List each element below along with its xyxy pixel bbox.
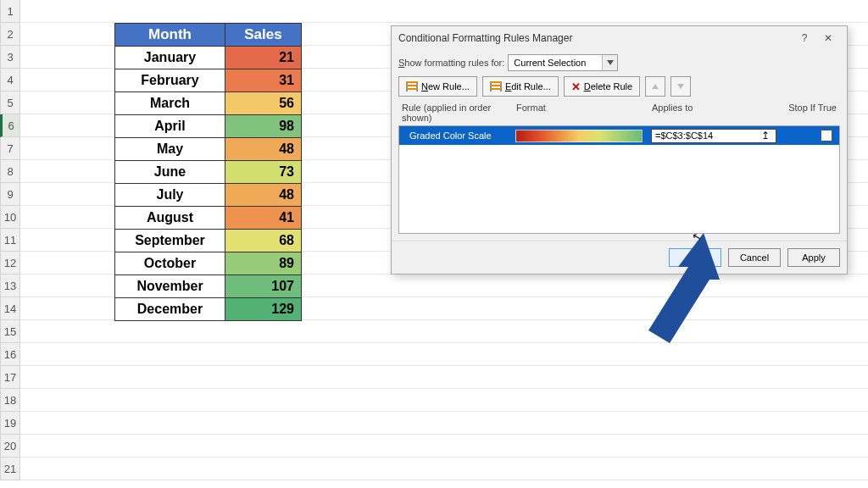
month-cell[interactable]: November bbox=[115, 275, 225, 298]
show-rules-dropdown[interactable]: Current Selection bbox=[508, 54, 618, 71]
month-cell[interactable]: May bbox=[115, 138, 225, 161]
help-button[interactable]: ? bbox=[793, 32, 816, 44]
sales-cell[interactable]: 73 bbox=[225, 161, 302, 184]
row-header[interactable]: 11 bbox=[0, 229, 20, 252]
dialog-titlebar[interactable]: Conditional Formatting Rules Manager ? ✕ bbox=[392, 26, 847, 49]
row-header[interactable]: 4 bbox=[0, 69, 20, 92]
sales-cell[interactable]: 31 bbox=[225, 69, 302, 92]
move-down-button[interactable] bbox=[670, 76, 691, 97]
new-rule-icon bbox=[406, 81, 418, 92]
table-row: September68 bbox=[115, 230, 302, 252]
month-cell[interactable]: January bbox=[115, 47, 225, 69]
sales-cell[interactable]: 98 bbox=[225, 115, 302, 138]
month-cell[interactable]: October bbox=[115, 252, 225, 275]
table-row: June73 bbox=[115, 161, 302, 184]
sales-cell[interactable]: 48 bbox=[225, 138, 302, 161]
sales-cell[interactable]: 56 bbox=[225, 92, 302, 115]
month-cell[interactable]: April bbox=[115, 115, 225, 138]
row-header[interactable]: 17 bbox=[0, 366, 20, 389]
edit-rule-button[interactable]: Edit Rule... bbox=[482, 76, 559, 97]
row-header[interactable]: 8 bbox=[0, 160, 20, 183]
sales-cell[interactable]: 68 bbox=[225, 230, 302, 252]
table-row: May48 bbox=[115, 138, 302, 161]
row-header[interactable]: 3 bbox=[0, 46, 20, 69]
stop-if-true-checkbox[interactable] bbox=[821, 130, 832, 141]
row-header[interactable]: 15 bbox=[0, 320, 20, 343]
move-up-button[interactable] bbox=[645, 76, 665, 97]
row-header[interactable]: 20 bbox=[0, 435, 20, 458]
row-header[interactable]: 10 bbox=[0, 206, 20, 229]
row-header[interactable]: 13 bbox=[0, 274, 20, 297]
show-rules-label: Show formatting rules for: bbox=[398, 58, 504, 68]
table-row: October89 bbox=[115, 252, 302, 275]
row-headers: 123456789101112131415161718192021 bbox=[0, 0, 20, 480]
apply-button[interactable]: Apply bbox=[787, 248, 840, 267]
dialog-title: Conditional Formatting Rules Manager bbox=[398, 32, 793, 44]
month-cell[interactable]: March bbox=[115, 92, 225, 115]
conditional-formatting-manager-dialog: Conditional Formatting Rules Manager ? ✕… bbox=[391, 25, 848, 274]
row-header[interactable]: 2 bbox=[0, 23, 20, 46]
table-row: March56 bbox=[115, 92, 302, 115]
month-cell[interactable]: September bbox=[115, 230, 225, 252]
table-row: July48 bbox=[115, 184, 302, 207]
table-row: April98 bbox=[115, 115, 302, 138]
month-cell[interactable]: June bbox=[115, 161, 225, 184]
sales-cell[interactable]: 41 bbox=[225, 207, 302, 230]
row-header[interactable]: 9 bbox=[0, 183, 20, 206]
range-select-icon[interactable]: ↥ bbox=[759, 130, 772, 141]
table-row: November107 bbox=[115, 275, 302, 298]
new-rule-button[interactable]: New Rule... bbox=[398, 76, 477, 97]
close-button[interactable]: ✕ bbox=[816, 32, 840, 44]
sales-cell[interactable]: 89 bbox=[225, 252, 302, 275]
row-header[interactable]: 7 bbox=[0, 137, 20, 160]
table-row: December129 bbox=[115, 298, 302, 321]
cancel-button[interactable]: Cancel bbox=[728, 248, 781, 267]
delete-rule-button[interactable]: ✕ Delete Rule bbox=[564, 76, 641, 97]
month-cell[interactable]: July bbox=[115, 184, 225, 207]
edit-rule-icon bbox=[490, 81, 502, 92]
sales-table: Month Sales January21February31March56Ap… bbox=[114, 23, 302, 321]
row-header[interactable]: 5 bbox=[0, 92, 20, 114]
rules-list-header: Rule (applied in order shown) Format App… bbox=[398, 100, 840, 125]
sales-cell[interactable]: 48 bbox=[225, 184, 302, 207]
rules-list: Graded Color Scale =$C$3:$C$14 ↥ bbox=[398, 125, 840, 234]
table-row: January21 bbox=[115, 47, 302, 69]
ok-button[interactable]: OK bbox=[669, 248, 721, 267]
row-header[interactable]: 14 bbox=[0, 297, 20, 320]
delete-icon: ✕ bbox=[571, 80, 581, 93]
table-row: February31 bbox=[115, 69, 302, 92]
sales-cell[interactable]: 107 bbox=[225, 275, 302, 298]
row-header[interactable]: 6 bbox=[0, 114, 20, 137]
sales-cell[interactable]: 129 bbox=[225, 298, 302, 321]
month-cell[interactable]: February bbox=[115, 69, 225, 92]
row-header[interactable]: 1 bbox=[0, 0, 20, 23]
sales-cell[interactable]: 21 bbox=[225, 47, 302, 69]
rule-row[interactable]: Graded Color Scale =$C$3:$C$14 ↥ bbox=[399, 126, 839, 145]
row-header[interactable]: 19 bbox=[0, 412, 20, 435]
month-cell[interactable]: December bbox=[115, 298, 225, 321]
row-header[interactable]: 21 bbox=[0, 458, 20, 480]
rule-name: Graded Color Scale bbox=[409, 130, 515, 141]
row-header[interactable]: 16 bbox=[0, 343, 20, 366]
header-month: Month bbox=[115, 24, 225, 47]
format-preview-gradient bbox=[515, 130, 643, 142]
month-cell[interactable]: August bbox=[115, 207, 225, 230]
header-sales: Sales bbox=[225, 24, 302, 47]
table-row: August41 bbox=[115, 207, 302, 230]
chevron-down-icon bbox=[602, 55, 617, 70]
row-header[interactable]: 18 bbox=[0, 389, 20, 412]
row-header[interactable]: 12 bbox=[0, 252, 20, 274]
applies-to-input[interactable]: =$C$3:$C$14 ↥ bbox=[651, 129, 776, 143]
